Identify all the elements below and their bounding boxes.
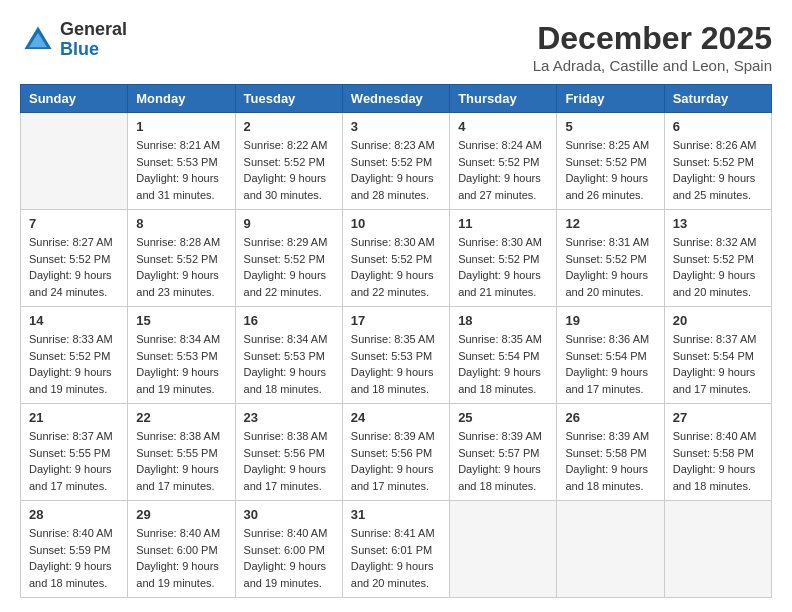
day-info: Sunrise: 8:34 AMSunset: 5:53 PMDaylight:… [244, 331, 334, 397]
logo-general: General [60, 19, 127, 39]
calendar-body: 1Sunrise: 8:21 AMSunset: 5:53 PMDaylight… [21, 113, 772, 598]
calendar-header: SundayMondayTuesdayWednesdayThursdayFrid… [21, 85, 772, 113]
day-info: Sunrise: 8:24 AMSunset: 5:52 PMDaylight:… [458, 137, 548, 203]
day-number: 17 [351, 313, 441, 328]
day-number: 4 [458, 119, 548, 134]
day-number: 16 [244, 313, 334, 328]
day-number: 30 [244, 507, 334, 522]
day-number: 14 [29, 313, 119, 328]
week-row-1: 1Sunrise: 8:21 AMSunset: 5:53 PMDaylight… [21, 113, 772, 210]
day-info: Sunrise: 8:35 AMSunset: 5:54 PMDaylight:… [458, 331, 548, 397]
day-number: 15 [136, 313, 226, 328]
day-info: Sunrise: 8:32 AMSunset: 5:52 PMDaylight:… [673, 234, 763, 300]
day-info: Sunrise: 8:40 AMSunset: 5:58 PMDaylight:… [673, 428, 763, 494]
week-row-2: 7Sunrise: 8:27 AMSunset: 5:52 PMDaylight… [21, 210, 772, 307]
header-row: SundayMondayTuesdayWednesdayThursdayFrid… [21, 85, 772, 113]
weekday-header-monday: Monday [128, 85, 235, 113]
logo-text: General Blue [60, 20, 127, 60]
day-number: 8 [136, 216, 226, 231]
calendar-cell: 16Sunrise: 8:34 AMSunset: 5:53 PMDayligh… [235, 307, 342, 404]
day-info: Sunrise: 8:39 AMSunset: 5:56 PMDaylight:… [351, 428, 441, 494]
calendar-cell: 23Sunrise: 8:38 AMSunset: 5:56 PMDayligh… [235, 404, 342, 501]
calendar-cell [450, 501, 557, 598]
weekday-header-wednesday: Wednesday [342, 85, 449, 113]
calendar-cell: 20Sunrise: 8:37 AMSunset: 5:54 PMDayligh… [664, 307, 771, 404]
day-info: Sunrise: 8:28 AMSunset: 5:52 PMDaylight:… [136, 234, 226, 300]
day-number: 21 [29, 410, 119, 425]
calendar-cell: 18Sunrise: 8:35 AMSunset: 5:54 PMDayligh… [450, 307, 557, 404]
day-info: Sunrise: 8:30 AMSunset: 5:52 PMDaylight:… [351, 234, 441, 300]
logo: General Blue [20, 20, 127, 60]
day-info: Sunrise: 8:33 AMSunset: 5:52 PMDaylight:… [29, 331, 119, 397]
day-info: Sunrise: 8:29 AMSunset: 5:52 PMDaylight:… [244, 234, 334, 300]
day-info: Sunrise: 8:36 AMSunset: 5:54 PMDaylight:… [565, 331, 655, 397]
calendar-cell: 13Sunrise: 8:32 AMSunset: 5:52 PMDayligh… [664, 210, 771, 307]
location: La Adrada, Castille and Leon, Spain [533, 57, 772, 74]
day-number: 13 [673, 216, 763, 231]
day-number: 12 [565, 216, 655, 231]
calendar-cell: 12Sunrise: 8:31 AMSunset: 5:52 PMDayligh… [557, 210, 664, 307]
week-row-4: 21Sunrise: 8:37 AMSunset: 5:55 PMDayligh… [21, 404, 772, 501]
day-number: 19 [565, 313, 655, 328]
day-number: 9 [244, 216, 334, 231]
title-block: December 2025 La Adrada, Castille and Le… [533, 20, 772, 74]
calendar-cell: 29Sunrise: 8:40 AMSunset: 6:00 PMDayligh… [128, 501, 235, 598]
calendar-cell: 24Sunrise: 8:39 AMSunset: 5:56 PMDayligh… [342, 404, 449, 501]
day-number: 28 [29, 507, 119, 522]
calendar-cell: 4Sunrise: 8:24 AMSunset: 5:52 PMDaylight… [450, 113, 557, 210]
logo-icon [20, 22, 56, 58]
day-info: Sunrise: 8:38 AMSunset: 5:56 PMDaylight:… [244, 428, 334, 494]
day-number: 25 [458, 410, 548, 425]
day-number: 26 [565, 410, 655, 425]
calendar-cell [21, 113, 128, 210]
day-number: 24 [351, 410, 441, 425]
day-number: 6 [673, 119, 763, 134]
weekday-header-friday: Friday [557, 85, 664, 113]
day-info: Sunrise: 8:25 AMSunset: 5:52 PMDaylight:… [565, 137, 655, 203]
day-info: Sunrise: 8:26 AMSunset: 5:52 PMDaylight:… [673, 137, 763, 203]
month-title: December 2025 [533, 20, 772, 57]
calendar-cell: 17Sunrise: 8:35 AMSunset: 5:53 PMDayligh… [342, 307, 449, 404]
day-number: 31 [351, 507, 441, 522]
day-number: 5 [565, 119, 655, 134]
day-info: Sunrise: 8:39 AMSunset: 5:58 PMDaylight:… [565, 428, 655, 494]
day-number: 23 [244, 410, 334, 425]
weekday-header-saturday: Saturday [664, 85, 771, 113]
day-number: 18 [458, 313, 548, 328]
day-number: 10 [351, 216, 441, 231]
calendar-cell: 1Sunrise: 8:21 AMSunset: 5:53 PMDaylight… [128, 113, 235, 210]
weekday-header-sunday: Sunday [21, 85, 128, 113]
day-info: Sunrise: 8:37 AMSunset: 5:55 PMDaylight:… [29, 428, 119, 494]
day-number: 22 [136, 410, 226, 425]
day-info: Sunrise: 8:41 AMSunset: 6:01 PMDaylight:… [351, 525, 441, 591]
day-info: Sunrise: 8:30 AMSunset: 5:52 PMDaylight:… [458, 234, 548, 300]
calendar-cell: 26Sunrise: 8:39 AMSunset: 5:58 PMDayligh… [557, 404, 664, 501]
week-row-5: 28Sunrise: 8:40 AMSunset: 5:59 PMDayligh… [21, 501, 772, 598]
calendar-cell: 19Sunrise: 8:36 AMSunset: 5:54 PMDayligh… [557, 307, 664, 404]
calendar-cell: 6Sunrise: 8:26 AMSunset: 5:52 PMDaylight… [664, 113, 771, 210]
day-number: 11 [458, 216, 548, 231]
day-info: Sunrise: 8:22 AMSunset: 5:52 PMDaylight:… [244, 137, 334, 203]
day-number: 27 [673, 410, 763, 425]
calendar-cell: 9Sunrise: 8:29 AMSunset: 5:52 PMDaylight… [235, 210, 342, 307]
day-info: Sunrise: 8:23 AMSunset: 5:52 PMDaylight:… [351, 137, 441, 203]
calendar-cell: 30Sunrise: 8:40 AMSunset: 6:00 PMDayligh… [235, 501, 342, 598]
day-info: Sunrise: 8:38 AMSunset: 5:55 PMDaylight:… [136, 428, 226, 494]
page-header: General Blue December 2025 La Adrada, Ca… [20, 20, 772, 74]
weekday-header-tuesday: Tuesday [235, 85, 342, 113]
week-row-3: 14Sunrise: 8:33 AMSunset: 5:52 PMDayligh… [21, 307, 772, 404]
logo-blue: Blue [60, 39, 99, 59]
day-info: Sunrise: 8:35 AMSunset: 5:53 PMDaylight:… [351, 331, 441, 397]
calendar-cell: 22Sunrise: 8:38 AMSunset: 5:55 PMDayligh… [128, 404, 235, 501]
day-number: 7 [29, 216, 119, 231]
calendar-cell: 14Sunrise: 8:33 AMSunset: 5:52 PMDayligh… [21, 307, 128, 404]
calendar-cell: 25Sunrise: 8:39 AMSunset: 5:57 PMDayligh… [450, 404, 557, 501]
calendar-cell: 3Sunrise: 8:23 AMSunset: 5:52 PMDaylight… [342, 113, 449, 210]
calendar-table: SundayMondayTuesdayWednesdayThursdayFrid… [20, 84, 772, 598]
day-info: Sunrise: 8:39 AMSunset: 5:57 PMDaylight:… [458, 428, 548, 494]
day-info: Sunrise: 8:34 AMSunset: 5:53 PMDaylight:… [136, 331, 226, 397]
day-number: 29 [136, 507, 226, 522]
calendar-cell: 15Sunrise: 8:34 AMSunset: 5:53 PMDayligh… [128, 307, 235, 404]
calendar-cell: 21Sunrise: 8:37 AMSunset: 5:55 PMDayligh… [21, 404, 128, 501]
day-info: Sunrise: 8:27 AMSunset: 5:52 PMDaylight:… [29, 234, 119, 300]
